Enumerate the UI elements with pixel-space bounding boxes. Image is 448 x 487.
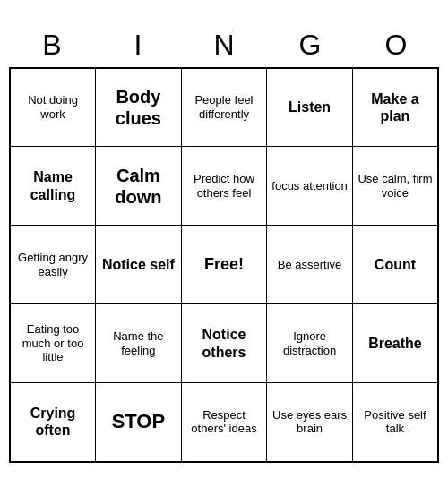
cell-0-2[interactable]: People feel differently [181,68,267,147]
cell-4-0[interactable]: Crying often [10,383,96,462]
cell-2-4[interactable]: Count [352,226,438,304]
cell-3-1[interactable]: Name the feeling [96,304,182,383]
cell-1-1[interactable]: Calm down [96,147,182,226]
bingo-header: B I N G O [9,25,439,67]
cell-2-0[interactable]: Getting angry easily [10,226,96,304]
cell-1-0[interactable]: Name calling [10,147,96,226]
letter-b: B [9,29,95,62]
cell-3-3[interactable]: Ignore distraction [267,304,353,383]
bingo-grid: Not doing workBody cluesPeople feel diff… [9,67,439,463]
cell-1-4[interactable]: Use calm, firm voice [352,147,438,226]
letter-o: O [353,29,439,62]
cell-2-3[interactable]: Be assertive [267,226,353,304]
cell-2-2[interactable]: Free! [181,226,267,304]
cell-3-2[interactable]: Notice others [181,304,267,383]
cell-0-0[interactable]: Not doing work [10,68,96,147]
cell-4-3[interactable]: Use eyes ears brain [267,383,353,462]
cell-3-0[interactable]: Eating too much or too little [10,304,96,383]
cell-3-4[interactable]: Breathe [352,304,438,383]
cell-4-1[interactable]: STOP [96,383,182,462]
cell-0-3[interactable]: Listen [267,68,353,147]
letter-i: I [95,29,181,62]
cell-4-4[interactable]: Positive self talk [352,383,438,462]
cell-0-4[interactable]: Make a plan [352,68,438,147]
letter-n: N [181,29,267,62]
cell-2-1[interactable]: Notice self [96,226,182,304]
cell-0-1[interactable]: Body clues [96,68,182,147]
cell-1-2[interactable]: Predict how others feel [181,147,267,226]
cell-4-2[interactable]: Respect others' ideas [181,383,267,462]
cell-1-3[interactable]: focus attention [267,147,353,226]
bingo-card: B I N G O Not doing workBody cluesPeople… [9,25,439,463]
letter-g: G [267,29,353,62]
